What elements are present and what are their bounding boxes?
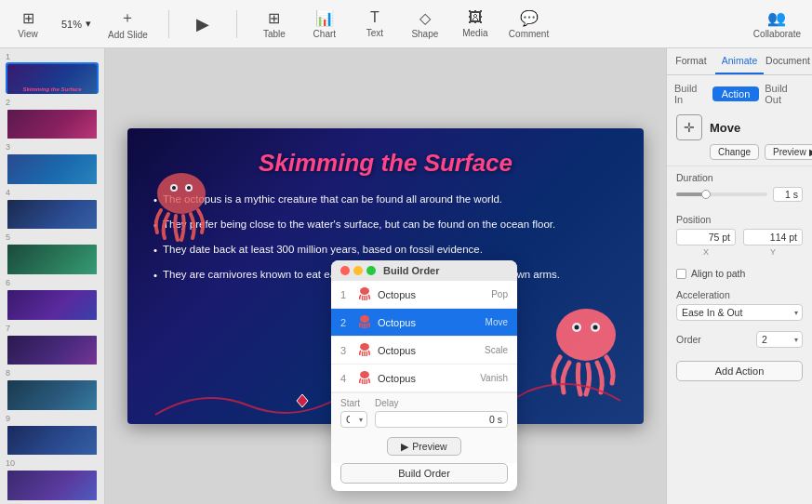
build-in-label[interactable]: Build In [674,83,707,105]
duration-section: Duration 1 s [667,166,812,208]
slide-thumb-inner-4 [6,198,99,230]
slide-thumb-num-3: 3 [6,142,99,152]
duration-value[interactable]: 1 s [773,187,803,202]
slide-thumb-num-2: 2 [6,98,99,107]
panel-tabs: Format Animate Document [667,48,812,75]
position-x-input[interactable] [676,229,736,245]
tab-animate[interactable]: Animate [715,48,764,74]
align-to-path-row[interactable]: Align to path [667,263,812,285]
start-col: Start On Click With Build After Build ▾ [340,398,367,428]
toolbar-zoom[interactable]: 51% ▾ Zoom [61,18,91,30]
add-slide-label: Add Slide [108,30,148,40]
toolbar-text[interactable]: T Text [358,9,392,38]
slide-thumb-5[interactable]: 5 [6,232,99,274]
slide-thumb-8[interactable]: 8 [6,368,99,410]
slide-thumb-inner-1: Skimming the Surface [6,62,99,94]
maximize-dot[interactable] [366,266,376,275]
octopus-left-decoration [144,166,219,260]
close-dot[interactable] [340,266,350,275]
canvas-area[interactable]: Skimming the Surface [105,48,666,504]
popup-preview-row: ▶ Preview [331,432,517,463]
play-button[interactable]: ▶ [190,11,216,37]
svg-point-4 [187,186,191,190]
build-order-bottom-button[interactable]: Build Order [340,463,508,484]
media-label: Media [462,28,487,38]
build-out-label[interactable]: Build Out [765,83,805,105]
duration-row: 1 s [676,187,803,202]
svg-point-9 [593,325,598,330]
minimize-dot[interactable] [353,266,363,275]
slide-thumb-6[interactable]: 6 [6,278,99,320]
view-icon: ⊞ [22,9,34,27]
view-label: View [18,29,38,39]
position-y-input[interactable] [743,229,803,245]
shape-icon: ◇ [419,9,431,27]
shape-label: Shape [411,29,438,39]
toolbar-comment[interactable]: 💬 Comment [509,9,549,39]
add-action-button[interactable]: Add Action [676,361,803,381]
popup-preview-button[interactable]: ▶ Preview [387,437,460,456]
build-order-item-2[interactable]: 2OctopusMove [331,309,517,337]
position-x-field: X [676,229,736,257]
action-button[interactable]: Action [712,86,760,101]
build-order-item-4[interactable]: 4OctopusVanish [331,365,517,392]
slide-bullet-3: • They date back at least 300 million ye… [153,241,618,259]
position-y-field: Y [743,229,803,257]
build-order-item-icon [357,369,372,387]
duration-slider-thumb[interactable] [701,190,711,199]
slide-thumb-bg-5 [7,245,97,274]
toolbar-collaborate[interactable]: 👥 Collaborate [753,9,801,39]
slide-thumb-2[interactable]: 2 [6,98,99,139]
slide-thumb-bg-7 [7,336,97,365]
slide-thumb-inner-9 [6,424,99,456]
build-order-item-3[interactable]: 3OctopusScale [331,337,517,365]
slide-thumb-num-5: 5 [6,232,99,242]
chart-icon: 📊 [315,9,334,27]
slide-thumb-7[interactable]: 7 [6,324,99,365]
start-select-wrap: On Click With Build After Build ▾ [340,411,367,428]
preview-button[interactable]: Preview ▶ [765,144,812,160]
change-button[interactable]: Change [710,144,759,160]
order-select[interactable]: 2 1 3 4 [756,331,803,348]
slide-thumb-4[interactable]: 4 [6,188,99,230]
build-order-item-name: Octopus [378,317,480,328]
toolbar-shape[interactable]: ◇ Shape [408,9,442,39]
duration-slider-track[interactable] [676,192,767,196]
acceleration-select[interactable]: Ease In & Out Ease In Ease Out Linear [676,304,803,321]
popup-title: Build Order [383,265,440,276]
slide-thumb-1[interactable]: 1Skimming the Surface [6,52,99,94]
align-to-path-checkbox[interactable] [676,269,686,279]
toolbar-chart[interactable]: 📊 Chart [308,9,341,39]
slide-thumb-3[interactable]: 3 [6,142,99,184]
build-order-item-name: Octopus [378,345,479,356]
toolbar-add-slide[interactable]: ＋ Add Slide [108,8,148,40]
slide-thumb-9[interactable]: 9 [6,414,99,456]
add-slide-icon: ＋ [120,8,135,28]
slide-thumb-10[interactable]: 10 [6,458,99,500]
build-order-item-action: Move [486,317,508,327]
toolbar-view[interactable]: ⊞ View [11,9,45,39]
slide-thumb-bg-4 [7,200,97,230]
build-order-item-action: Scale [485,345,508,355]
preview-arrow-icon: ▶ [809,147,812,157]
svg-point-5 [556,309,616,361]
toolbar-media[interactable]: 🖼 Media [459,9,492,38]
tab-document[interactable]: Document [764,48,812,74]
build-order-item-1[interactable]: 1OctopusPop [331,281,517,309]
delay-value[interactable] [375,411,508,428]
slide-thumb-bg-10 [7,471,97,500]
start-select[interactable]: On Click With Build After Build [340,411,367,428]
order-section: Order 2 1 3 4 ▾ [667,326,812,353]
start-label: Start [340,398,367,408]
toolbar-table[interactable]: ⊞ Table [258,9,291,39]
svg-point-13 [360,287,369,295]
tab-format[interactable]: Format [667,48,715,74]
right-panel: Format Animate Document Build In Action … [666,48,812,504]
chart-label: Chart [313,29,336,39]
svg-point-0 [157,173,206,214]
slide-thumb-num-6: 6 [6,278,99,287]
build-order-item-num: 3 [340,345,352,356]
move-section: ✛ Move Change Preview ▶ [667,109,812,166]
zoom-value: 51% [61,19,82,30]
build-order-item-name: Octopus [378,373,474,384]
